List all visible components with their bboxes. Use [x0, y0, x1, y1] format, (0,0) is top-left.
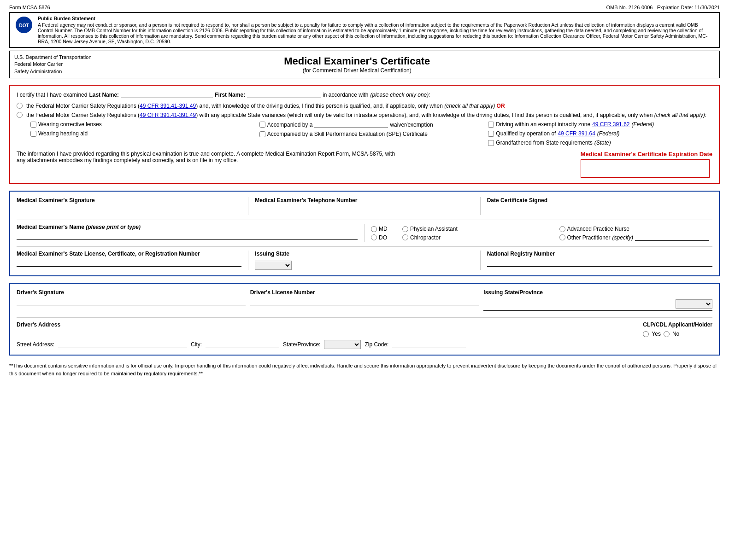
driver-section: Driver's Signature Driver's License Numb… [9, 283, 720, 356]
examiner-name-cell: Medical Examiner's Name (please print or… [17, 224, 364, 242]
omb-number: OMB No. 2126-0006 [606, 5, 653, 10]
clp-yes-radio[interactable] [643, 331, 649, 337]
address-state-select[interactable]: ALAKCANYTX [324, 340, 361, 349]
pa-radio[interactable] [402, 226, 408, 232]
please-check: (please check only one): [370, 92, 430, 98]
clp-section: CLP/CDL Applicant/Holder Yes No [643, 321, 712, 337]
md-radio[interactable] [371, 226, 377, 232]
public-burden-body: A Federal agency may not conduct or spon… [38, 22, 714, 44]
state-license-line [17, 266, 241, 267]
zip-input[interactable] [392, 341, 466, 348]
form-title: Medical Examiner's Certificate [92, 55, 623, 67]
examiner-top-row: Medical Examiner's Signature Medical Exa… [17, 197, 712, 215]
waiver-input[interactable] [314, 121, 388, 128]
clp-no-radio[interactable] [664, 331, 670, 337]
corrective-lenses-check[interactable] [30, 122, 36, 128]
driver-signature-cell: Driver's Signature [17, 289, 246, 313]
expiration-right: Medical Examiner's Certificate Expiratio… [581, 151, 712, 178]
telephone-line [255, 213, 473, 213]
cfr-link-2[interactable]: 49 CFR 391.41-391.49 [140, 112, 196, 118]
state-license-label: Medical Examiner's State License, Certif… [17, 251, 241, 257]
cfr-link-1[interactable]: 49 CFR 391.41-391.49 [140, 103, 196, 109]
national-registry-label: National Registry Number [487, 251, 712, 257]
driver-issuing-state-line [483, 310, 712, 311]
reg-text-2: the Federal Motor Carrier Safety Regulat… [26, 112, 706, 118]
driver-license-label: Driver's License Number [250, 289, 479, 296]
spe-check[interactable] [259, 131, 265, 137]
apn-option: Advanced Practice Nurse [559, 226, 713, 232]
accordance-text: in accordance with [323, 92, 368, 98]
checkbox-hearing-aid: Wearing hearing aid [30, 130, 255, 137]
agency-left: U.S. Department of Transportation Federa… [14, 54, 92, 75]
checkbox-corrective-lenses: Wearing corrective lenses [30, 121, 255, 128]
other-radio[interactable] [559, 234, 565, 240]
certify-line: I certify that I have examined Last Name… [17, 91, 712, 98]
street-label: Street Address: [17, 341, 54, 348]
reg-radio-2[interactable] [17, 112, 23, 118]
examiner-name-line [17, 239, 358, 240]
driver-issuing-state-select[interactable]: ALAKAZCA FLNYTX [676, 299, 712, 309]
expiration-date-box[interactable] [581, 159, 710, 178]
other-specify-input[interactable] [635, 234, 709, 241]
footer-note: **This document contains sensitive infor… [9, 362, 720, 377]
first-name-input[interactable] [247, 91, 321, 98]
reg-radio-1[interactable] [17, 103, 23, 109]
form-header: Form MCSA-5876 OMB No. 2126-0006 Expirat… [9, 5, 720, 10]
other-specify: (specify) [612, 234, 633, 241]
intracity-check[interactable] [488, 122, 494, 128]
apn-label: Advanced Practice Nurse [567, 226, 629, 232]
accompanied-check[interactable] [259, 122, 265, 128]
certify-text: I certify that I have examined [17, 92, 87, 98]
physician-assistant-option: Physician Assistant [402, 226, 556, 232]
md-option: MD [371, 226, 399, 232]
do-radio[interactable] [371, 234, 377, 240]
date-signed-cell: Date Certificate Signed [481, 197, 712, 215]
signature-line [17, 213, 241, 213]
checkbox-grandfathered: Grandfathered from State requirements (S… [488, 140, 712, 146]
cfr-391-64[interactable]: 49 CFR 391.64 [558, 130, 595, 137]
checkboxes-grid: Wearing corrective lenses Wearing hearin… [30, 121, 712, 146]
dot-logo: DOT [15, 16, 33, 34]
checkbox-spe: Accompanied by a Skill Performance Evalu… [259, 131, 484, 137]
chiro-label: Chiropractor [410, 234, 441, 241]
grandfathered-check[interactable] [488, 140, 494, 146]
street-input[interactable] [58, 341, 187, 348]
do-label: DO [379, 234, 387, 241]
cfr-391-62[interactable]: 49 CFR 391.62 [592, 121, 629, 128]
public-burden-title: Public Burden Statement [38, 16, 714, 21]
regulation-line-1: the Federal Motor Carrier Safety Regulat… [17, 103, 712, 109]
expiration-area: The information I have provided regardin… [17, 151, 712, 178]
hearing-aid-check[interactable] [30, 131, 36, 137]
driver-issuing-state-cell: Issuing State/Province ALAKAZCA FLNYTX [483, 289, 712, 313]
svg-text:DOT: DOT [19, 23, 29, 28]
reg-text-1: the Federal Motor Carrier Safety Regulat… [26, 103, 505, 109]
telephone-cell: Medical Examiner's Telephone Number [248, 197, 480, 215]
certification-section: I certify that I have examined Last Name… [9, 85, 720, 184]
examiner-name-label: Medical Examiner's Name (please print or… [17, 224, 358, 230]
clp-label: CLP/CDL Applicant/Holder [643, 321, 712, 328]
examiner-bottom-row: Medical Examiner's State License, Certif… [17, 246, 712, 270]
agency-name-1: U.S. Department of Transportation [14, 54, 92, 61]
exam-info-text: The information I have provided regardin… [17, 151, 400, 163]
do-option: DO [371, 234, 399, 241]
signature-cell: Medical Examiner's Signature [17, 197, 248, 215]
other-option: Other Practitioner (specify) [559, 234, 713, 241]
apn-radio[interactable] [559, 226, 565, 232]
driver-license-line [250, 305, 479, 305]
name-hint: (please print or type) [86, 224, 141, 230]
checkbox-qualified-operation: Qualified by operation of 49 CFR 391.64 … [488, 130, 712, 137]
first-name-label: First Name: [215, 92, 245, 98]
omb-info: OMB No. 2126-0006 Expiration Date: 11/30… [606, 5, 720, 10]
examiner-mid-row: Medical Examiner's Name (please print or… [17, 220, 712, 242]
expiration-date-input[interactable] [581, 160, 709, 177]
qualified-check[interactable] [488, 131, 494, 137]
agency-center: Medical Examiner's Certificate (for Comm… [92, 55, 623, 74]
issuing-state-select[interactable]: ALAKAZCACO FLGANYTX [255, 261, 292, 270]
yes-label: Yes [652, 331, 661, 337]
city-input[interactable] [206, 341, 279, 348]
agency-name-3: Safety Administration [14, 68, 92, 75]
md-label: MD [379, 226, 388, 232]
pa-label: Physician Assistant [410, 226, 458, 232]
chiro-radio[interactable] [402, 234, 408, 240]
last-name-input[interactable] [121, 91, 213, 98]
